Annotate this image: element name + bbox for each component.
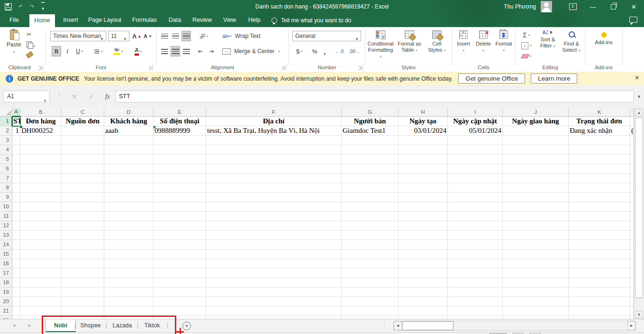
cell-H19[interactable]: [399, 288, 448, 297]
column-header-E[interactable]: E: [154, 108, 206, 117]
cell-I12[interactable]: [448, 221, 503, 231]
row-header-8[interactable]: 8: [0, 183, 12, 193]
cell-H2[interactable]: 03/01/2024: [399, 126, 448, 136]
cell-J19[interactable]: [503, 288, 569, 297]
cell-I13[interactable]: [448, 231, 503, 240]
cell-A11[interactable]: [12, 212, 20, 221]
cell-K16[interactable]: [569, 259, 630, 269]
cell-B1[interactable]: Đơn hàng: [20, 117, 62, 126]
cell-H12[interactable]: [399, 221, 448, 231]
cell-H3[interactable]: [399, 136, 448, 145]
clear-button[interactable]: ˅: [518, 51, 535, 61]
cell-G11[interactable]: [342, 212, 399, 221]
cell-L19-partial[interactable]: [630, 288, 634, 297]
row-header-15[interactable]: 15: [0, 250, 12, 259]
percent-style-button[interactable]: %: [310, 46, 319, 56]
cell-J12[interactable]: [503, 221, 569, 231]
cell-K8[interactable]: [569, 183, 630, 193]
cell-L18-partial[interactable]: [630, 278, 634, 288]
cell-J8[interactable]: [503, 183, 569, 193]
scroll-up-icon[interactable]: ▲: [635, 109, 643, 116]
orientation-button[interactable]: ab˅: [196, 31, 212, 41]
cell-L5-partial[interactable]: [630, 155, 634, 164]
delete-cells-button[interactable]: ✕ Delete ˅: [474, 29, 493, 60]
borders-button[interactable]: ⊞˅: [91, 46, 106, 56]
cell-E19[interactable]: [154, 288, 206, 297]
cell-L13-partial[interactable]: [630, 231, 634, 240]
row-header-17[interactable]: 17: [0, 269, 12, 278]
cell-E15[interactable]: [154, 250, 206, 259]
cell-H6[interactable]: [399, 164, 448, 174]
cell-L10-partial[interactable]: [630, 202, 634, 212]
cell-H13[interactable]: [399, 231, 448, 240]
cell-C7[interactable]: [62, 174, 104, 183]
cell-H11[interactable]: [399, 212, 448, 221]
cell-G8[interactable]: [342, 183, 399, 193]
cell-B14[interactable]: [20, 240, 62, 250]
cell-K3[interactable]: [569, 136, 630, 145]
cell-D13[interactable]: [104, 231, 154, 240]
row-header-11[interactable]: 11: [0, 212, 12, 221]
cell-L14-partial[interactable]: [630, 240, 634, 250]
cell-E13[interactable]: [154, 231, 206, 240]
cell-G6[interactable]: [342, 164, 399, 174]
cell-F10[interactable]: [206, 202, 342, 212]
cell-F6[interactable]: [206, 164, 342, 174]
column-header-C[interactable]: C: [62, 108, 104, 117]
ribbon-tab-file[interactable]: File: [4, 13, 25, 27]
cell-A19[interactable]: [12, 288, 20, 297]
conditional-formatting-button[interactable]: ≠ Conditional Formatting ˅: [366, 29, 395, 60]
cell-F21[interactable]: [206, 306, 342, 316]
formula-bar-expand-icon[interactable]: ▼: [637, 94, 641, 99]
cell-A18[interactable]: [12, 278, 20, 288]
cell-G20[interactable]: [342, 297, 399, 306]
cell-I11[interactable]: [448, 212, 503, 221]
cell-K2[interactable]: Đang xác nhận: [569, 126, 630, 136]
cell-C1[interactable]: Nguồn đơn: [62, 117, 104, 126]
restore-button[interactable]: [603, 0, 624, 13]
cell-E6[interactable]: [154, 164, 206, 174]
fill-dropdown-icon[interactable]: ˅: [529, 44, 532, 48]
scroll-left-icon[interactable]: ◄: [394, 321, 402, 330]
font-dialog-launcher[interactable]: ↘: [148, 65, 153, 70]
cell-J5[interactable]: [503, 155, 569, 164]
cell-F1[interactable]: Địa chỉ: [206, 117, 342, 126]
horizontal-scroll-thumb[interactable]: [402, 321, 454, 330]
comma-style-button[interactable]: ,: [321, 46, 328, 56]
cell-D16[interactable]: [104, 259, 154, 269]
cell-K12[interactable]: [569, 221, 630, 231]
minimize-button[interactable]: —: [583, 0, 603, 13]
middle-align-button[interactable]: [171, 31, 180, 41]
row-header-7[interactable]: 7: [0, 174, 12, 183]
cell-I2[interactable]: 05/01/2024: [448, 126, 503, 136]
ribbon-tab-help[interactable]: Help: [245, 13, 263, 27]
row-header-18[interactable]: 18: [0, 278, 12, 288]
cell-D18[interactable]: [104, 278, 154, 288]
cell-K11[interactable]: [569, 212, 630, 221]
cell-J13[interactable]: [503, 231, 569, 240]
font-name-combo[interactable]: Times New Roman▼: [50, 31, 106, 41]
cell-A4[interactable]: [12, 145, 20, 155]
cell-E8[interactable]: [154, 183, 206, 193]
cell-J1[interactable]: Ngày giao hàng: [503, 117, 569, 126]
cell-I15[interactable]: [448, 250, 503, 259]
cell-C14[interactable]: [62, 240, 104, 250]
cell-A14[interactable]: [12, 240, 20, 250]
cell-E21[interactable]: [154, 306, 206, 316]
cell-C19[interactable]: [62, 288, 104, 297]
cell-D8[interactable]: [104, 183, 154, 193]
cell-B20[interactable]: [20, 297, 62, 306]
cell-G21[interactable]: [342, 306, 399, 316]
row-header-20[interactable]: 20: [0, 297, 12, 306]
cell-I9[interactable]: [448, 193, 503, 202]
cell-E11[interactable]: [154, 212, 206, 221]
row-header-4[interactable]: 4: [0, 145, 12, 155]
cell-C9[interactable]: [62, 193, 104, 202]
cell-L15-partial[interactable]: [630, 250, 634, 259]
ribbon-tab-home[interactable]: Home: [29, 14, 55, 27]
cell-B9[interactable]: [20, 193, 62, 202]
formula-input[interactable]: STT: [115, 91, 634, 102]
decrease-decimal-button[interactable]: .00→: [348, 46, 361, 56]
decrease-font-button[interactable]: A▼: [144, 31, 152, 41]
cell-H20[interactable]: [399, 297, 448, 306]
